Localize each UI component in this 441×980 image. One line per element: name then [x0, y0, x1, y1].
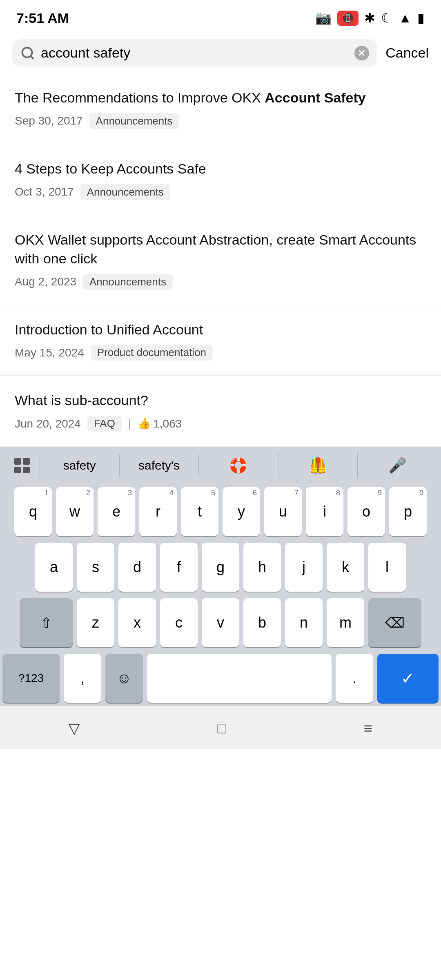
status-time: 7:51 AM — [16, 10, 69, 26]
search-icon — [20, 46, 35, 60]
suggestion-lifesaver-icon[interactable]: 🛟 — [199, 453, 278, 478]
keyboard-row-3: ⇧ z x c v b n m ⌫ — [0, 595, 441, 650]
key-n[interactable]: n — [285, 598, 323, 647]
key-o[interactable]: 9 o — [347, 487, 385, 536]
result-title-1: The Recommendations to Improve OKX Accou… — [15, 89, 426, 107]
result-date-3: Aug 2, 2023 — [15, 275, 76, 288]
key-l[interactable]: l — [368, 543, 406, 592]
result-date-1: Sep 30, 2017 — [15, 114, 83, 127]
shift-key[interactable]: ⇧ — [20, 598, 73, 647]
nav-bar: ▽ □ ≡ — [0, 706, 441, 749]
result-item-3[interactable]: OKX Wallet supports Account Abstraction,… — [0, 215, 441, 305]
key-w[interactable]: 2 w — [56, 487, 94, 536]
key-t[interactable]: 5 t — [181, 487, 218, 536]
key-number-5: 5 — [211, 489, 215, 497]
key-u[interactable]: 7 u — [264, 487, 302, 536]
battery-alert-icon: 📵 — [337, 11, 359, 26]
key-number-7: 7 — [294, 489, 298, 497]
status-icons: 📷 📵 ✱ ☾ ▲ ▮ — [315, 10, 425, 26]
search-bar[interactable]: account safety — [12, 39, 377, 67]
backspace-key[interactable]: ⌫ — [368, 598, 421, 647]
search-bar-container: account safety Cancel — [0, 33, 441, 73]
nav-menu-button[interactable]: ≡ — [352, 716, 385, 741]
number-mode-label: ?123 — [18, 673, 44, 684]
key-number-6: 6 — [253, 489, 257, 497]
key-h[interactable]: h — [243, 543, 281, 592]
key-number-1: 1 — [45, 489, 49, 497]
key-z[interactable]: z — [77, 598, 114, 647]
battery-icon: ▮ — [417, 10, 425, 26]
space-key[interactable] — [147, 654, 332, 703]
key-number-4: 4 — [169, 489, 174, 497]
result-title-3: OKX Wallet supports Account Abstraction,… — [15, 231, 426, 268]
key-f[interactable]: f — [160, 543, 198, 592]
result-item-1[interactable]: The Recommendations to Improve OKX Accou… — [0, 73, 441, 144]
wifi-icon: ▲ — [399, 11, 412, 26]
key-r[interactable]: 4 r — [139, 487, 177, 536]
nav-back-button[interactable]: ▽ — [56, 716, 92, 741]
meta-separator-5: | — [128, 417, 131, 430]
key-y[interactable]: 6 y — [223, 487, 260, 536]
result-title-4: Introduction to Unified Account — [15, 321, 426, 339]
key-a[interactable]: a — [35, 543, 73, 592]
cancel-button[interactable]: Cancel — [385, 45, 429, 61]
result-meta-3: Aug 2, 2023 Announcements — [15, 274, 426, 290]
key-d[interactable]: d — [118, 543, 156, 592]
key-x[interactable]: x — [118, 598, 156, 647]
result-tag-4: Product documentation — [91, 345, 213, 361]
search-input[interactable]: account safety — [41, 45, 349, 61]
number-mode-key[interactable]: ?123 — [2, 654, 60, 703]
emoji-key[interactable]: ☺ — [105, 654, 143, 703]
result-meta-1: Sep 30, 2017 Announcements — [15, 113, 426, 129]
result-title-5: What is sub-account? — [15, 391, 426, 410]
key-number-8: 8 — [336, 489, 340, 497]
key-i[interactable]: 8 i — [306, 487, 343, 536]
suggestion-safetys[interactable]: safety's — [120, 454, 199, 477]
thumbs-up-icon: 👍 — [138, 417, 151, 430]
keyboard-suggestions: safety safety's 🛟 🦺 🎤 — [0, 447, 441, 484]
result-meta-5: Jun 20, 2024 FAQ | 👍 1,063 — [15, 416, 426, 432]
result-tag-1: Announcements — [89, 113, 179, 129]
nav-home-button[interactable]: □ — [205, 716, 239, 741]
result-tag-2: Announcements — [80, 184, 170, 200]
suggestion-vest-icon[interactable]: 🦺 — [278, 453, 358, 478]
result-likes-5: 👍 1,063 — [138, 417, 182, 430]
video-icon: 📷 — [315, 10, 332, 26]
key-k[interactable]: k — [327, 543, 364, 592]
result-item-2[interactable]: 4 Steps to Keep Accounts Safe Oct 3, 201… — [0, 144, 441, 215]
result-date-2: Oct 3, 2017 — [15, 185, 74, 198]
keyboard-row-4: ?123 , ☺ . ✓ — [0, 650, 441, 706]
key-period[interactable]: . — [336, 654, 373, 703]
key-v[interactable]: v — [202, 598, 239, 647]
key-g[interactable]: g — [202, 543, 239, 592]
mic-icon[interactable]: 🎤 — [358, 453, 437, 478]
keyboard: 1 q 2 w 3 e 4 r 5 t 6 y 7 u 8 i — [0, 484, 441, 706]
result-item-5[interactable]: What is sub-account? Jun 20, 2024 FAQ | … — [0, 376, 441, 447]
status-bar: 7:51 AM 📷 📵 ✱ ☾ ▲ ▮ — [0, 0, 441, 33]
key-e[interactable]: 3 e — [98, 487, 135, 536]
result-date-4: May 15, 2024 — [15, 346, 84, 359]
key-comma[interactable]: , — [64, 654, 101, 703]
key-number-3: 3 — [128, 489, 132, 497]
result-tag-5: FAQ — [87, 416, 122, 432]
key-j[interactable]: j — [285, 543, 323, 592]
key-q[interactable]: 1 q — [14, 487, 52, 536]
svg-line-1 — [31, 56, 33, 58]
suggestion-safety[interactable]: safety — [40, 454, 120, 477]
result-item-4[interactable]: Introduction to Unified Account May 15, … — [0, 305, 441, 376]
backspace-icon: ⌫ — [385, 615, 405, 631]
key-b[interactable]: b — [243, 598, 281, 647]
enter-key[interactable]: ✓ — [377, 654, 439, 703]
clear-button[interactable] — [354, 46, 369, 60]
results-list: The Recommendations to Improve OKX Accou… — [0, 73, 441, 447]
result-tag-3: Announcements — [83, 274, 173, 290]
key-m[interactable]: m — [327, 598, 364, 647]
bluetooth-icon: ✱ — [364, 10, 375, 26]
key-s[interactable]: s — [77, 543, 114, 592]
result-meta-4: May 15, 2024 Product documentation — [15, 345, 426, 361]
period-label: . — [352, 671, 356, 686]
key-c[interactable]: c — [160, 598, 198, 647]
key-p[interactable]: 0 p — [389, 487, 427, 536]
keyboard-row-2: a s d f g h j k l — [0, 539, 441, 595]
keyboard-grid-icon[interactable] — [4, 454, 40, 477]
